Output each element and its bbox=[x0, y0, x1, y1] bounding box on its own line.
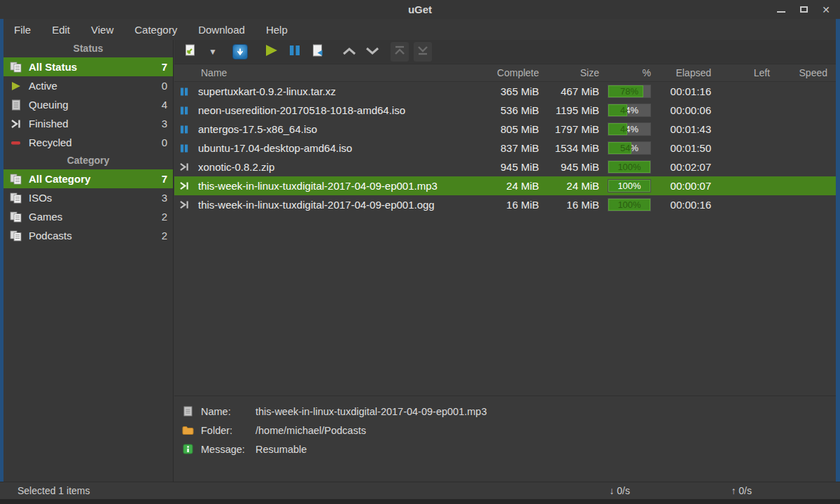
download-complete: 837 MiB bbox=[482, 142, 543, 154]
progress-bar: 54%54% bbox=[608, 141, 651, 155]
sidebar-item-label: Podcasts bbox=[29, 230, 72, 241]
download-name: this-week-in-linux-tuxdigital-2017-04-09… bbox=[194, 199, 482, 211]
sidebar-item-label: Recycled bbox=[29, 136, 72, 148]
new-download-dropdown-button[interactable]: ▼ bbox=[204, 42, 222, 62]
paused-icon bbox=[174, 87, 194, 97]
pause-button[interactable] bbox=[286, 42, 304, 62]
uget-window: uGet ✕ File Edit View Category Download … bbox=[0, 0, 840, 504]
sidebar-item-all-status[interactable]: All Status 7 bbox=[4, 57, 173, 76]
move-top-button[interactable] bbox=[391, 42, 409, 62]
download-complete: 24 MiB bbox=[482, 180, 543, 192]
download-size: 467 MiB bbox=[543, 85, 603, 97]
selected-items-text: Selected 1 items bbox=[18, 485, 90, 496]
detail-label: Message: bbox=[201, 444, 248, 455]
batch-download-button[interactable] bbox=[231, 42, 249, 62]
download-elapsed: 00:01:50 bbox=[655, 142, 715, 154]
progress-bar: 100%100% bbox=[608, 179, 651, 192]
download-name: this-week-in-linux-tuxdigital-2017-04-09… bbox=[194, 180, 482, 192]
recycled-minus-icon bbox=[10, 138, 22, 148]
progress-bar: 100%100% bbox=[608, 160, 651, 174]
menu-view[interactable]: View bbox=[91, 24, 113, 36]
table-row[interactable]: antergos-17.5-x86_64.iso 805 MiB 1797 Mi… bbox=[174, 120, 836, 139]
detail-row-name: Name: this-week-in-linux-tuxdigital-2017… bbox=[174, 402, 836, 421]
maximize-icon[interactable] bbox=[798, 4, 809, 15]
detail-label: Name: bbox=[201, 406, 248, 417]
table-row[interactable]: neon-useredition-20170518-1018-amd64.iso… bbox=[174, 101, 836, 120]
detail-row-folder: Folder: /home/michael/Podcasts bbox=[174, 421, 836, 440]
detail-value: this-week-in-linux-tuxdigital-2017-04-09… bbox=[255, 406, 486, 417]
download-elapsed: 00:00:07 bbox=[655, 180, 715, 192]
download-size: 24 MiB bbox=[543, 180, 603, 192]
start-button[interactable] bbox=[262, 42, 281, 62]
sidebar-item-label: Queuing bbox=[29, 99, 69, 111]
menu-edit[interactable]: Edit bbox=[52, 24, 70, 36]
titlebar: uGet ✕ bbox=[0, 0, 840, 19]
minimize-icon[interactable] bbox=[776, 4, 787, 15]
table-row[interactable]: ubuntu-17.04-desktop-amd64.iso 837 MiB 1… bbox=[174, 139, 836, 158]
sidebar-item-count: 2 bbox=[162, 211, 167, 223]
status-section-header: Status bbox=[4, 40, 173, 57]
table-row-selected[interactable]: this-week-in-linux-tuxdigital-2017-04-09… bbox=[174, 176, 836, 195]
main-area: ▼ bbox=[174, 40, 836, 482]
sidebar-item-active[interactable]: Active 0 bbox=[4, 76, 173, 95]
move-up-button[interactable] bbox=[340, 42, 358, 62]
sidebar-item-count: 3 bbox=[162, 192, 167, 204]
column-left[interactable]: Left bbox=[715, 67, 774, 78]
properties-button[interactable] bbox=[309, 42, 327, 62]
menu-file[interactable]: File bbox=[14, 24, 31, 36]
download-name: antergos-17.5-x86_64.iso bbox=[194, 123, 482, 135]
download-elapsed: 00:00:16 bbox=[655, 199, 715, 211]
column-speed[interactable]: Speed bbox=[774, 67, 836, 78]
menu-help[interactable]: Help bbox=[266, 24, 288, 36]
new-download-dropdown-icon: ▼ bbox=[209, 47, 217, 57]
menu-category[interactable]: Category bbox=[134, 24, 177, 36]
column-complete[interactable]: Complete bbox=[482, 67, 543, 78]
paused-icon bbox=[174, 125, 194, 134]
download-size: 16 MiB bbox=[543, 199, 603, 211]
download-elapsed: 00:01:16 bbox=[655, 85, 715, 97]
download-size: 1534 MiB bbox=[543, 142, 603, 154]
download-name: xonotic-0.8.2.zip bbox=[194, 161, 482, 173]
category-pages-icon bbox=[10, 192, 22, 204]
sidebar-item-count: 4 bbox=[162, 99, 167, 111]
column-percent[interactable]: % bbox=[603, 67, 655, 78]
finished-icon bbox=[174, 162, 194, 172]
details-panel: Name: this-week-in-linux-tuxdigital-2017… bbox=[174, 396, 836, 482]
batch-download-icon bbox=[232, 44, 248, 59]
sidebar-item-count: 7 bbox=[162, 173, 167, 185]
table-row[interactable]: this-week-in-linux-tuxdigital-2017-04-09… bbox=[174, 195, 836, 214]
sidebar-item-games[interactable]: Games 2 bbox=[4, 207, 173, 226]
move-bottom-button[interactable] bbox=[414, 42, 432, 62]
table-row[interactable]: supertuxkart-0.9.2-linux.tar.xz 365 MiB … bbox=[174, 82, 836, 101]
download-complete: 945 MiB bbox=[482, 161, 543, 173]
close-icon[interactable]: ✕ bbox=[820, 4, 832, 15]
finished-skip-icon bbox=[10, 119, 22, 129]
download-complete: 365 MiB bbox=[482, 85, 543, 97]
sidebar-item-count: 7 bbox=[162, 61, 167, 73]
sidebar-item-count: 0 bbox=[162, 136, 167, 148]
sidebar-item-isos[interactable]: ISOs 3 bbox=[4, 188, 173, 207]
window-title: uGet bbox=[0, 0, 840, 19]
finished-icon bbox=[174, 181, 194, 190]
new-download-button[interactable] bbox=[181, 42, 199, 62]
sidebar-item-all-category[interactable]: All Category 7 bbox=[4, 169, 173, 188]
window-controls: ✕ bbox=[776, 0, 832, 19]
category-pages-icon bbox=[10, 211, 22, 223]
sidebar-item-recycled[interactable]: Recycled 0 bbox=[4, 133, 173, 152]
menubar: File Edit View Category Download Help bbox=[4, 19, 836, 40]
sidebar-item-count: 0 bbox=[162, 80, 167, 92]
window-bottom-edge bbox=[0, 499, 840, 504]
column-name[interactable]: Name bbox=[194, 67, 482, 78]
menu-download[interactable]: Download bbox=[198, 24, 245, 36]
download-size: 945 MiB bbox=[543, 161, 603, 173]
detail-label: Folder: bbox=[201, 425, 248, 436]
column-size[interactable]: Size bbox=[543, 67, 603, 78]
sidebar-item-finished[interactable]: Finished 3 bbox=[4, 114, 173, 133]
move-down-button[interactable] bbox=[363, 42, 382, 62]
sidebar-item-podcasts[interactable]: Podcasts 2 bbox=[4, 226, 173, 245]
table-row[interactable]: xonotic-0.8.2.zip 945 MiB 945 MiB 100%10… bbox=[174, 158, 836, 176]
column-elapsed[interactable]: Elapsed bbox=[655, 67, 715, 78]
detail-value: Resumable bbox=[255, 444, 307, 455]
folder-icon bbox=[181, 426, 194, 435]
sidebar-item-queuing[interactable]: Queuing 4 bbox=[4, 95, 173, 114]
